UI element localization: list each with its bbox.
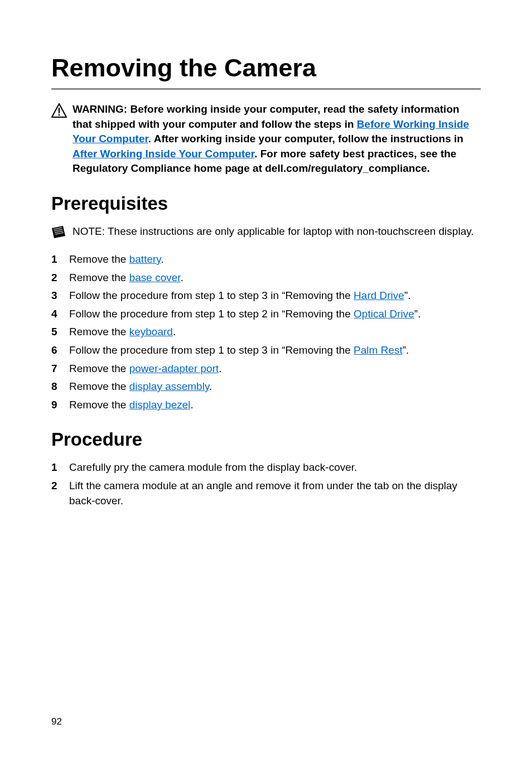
note-body: These instructions are only applicable f… [105,225,474,237]
link-optical-drive[interactable]: Optical Drive [354,308,414,320]
link-after-working[interactable]: After Working Inside Your Computer [72,148,254,160]
prereq-step-7: Remove the power-adapter port. [51,361,481,377]
prereq-step-9: Remove the display bezel. [51,398,481,413]
note-label: NOTE: [72,225,105,237]
warning-text: WARNING: Before working inside your comp… [72,102,481,176]
prereq-step-1: Remove the battery. [51,252,481,267]
prereq-step-3: Follow the procedure from step 1 to step… [51,288,481,303]
prereq-step-6: Follow the procedure from step 1 to step… [51,343,481,358]
link-base-cover[interactable]: base cover [129,272,181,283]
link-display-assembly[interactable]: display assembly [129,380,209,392]
procedure-step-2: Lift the camera module at an angle and r… [51,479,481,508]
warning-icon [51,102,67,120]
note-text: NOTE: These instructions are only applic… [72,224,474,239]
link-battery[interactable]: battery [129,253,161,265]
prereq-step-2: Remove the base cover. [51,271,481,286]
link-power-adapter-port[interactable]: power-adapter port [129,363,219,374]
procedure-heading: Procedure [51,429,481,450]
prereq-step-5: Remove the keyboard. [51,325,481,340]
procedure-list: Carefully pry the camera module from the… [51,460,481,508]
link-palm-rest[interactable]: Palm Rest [354,344,403,356]
procedure-step-1: Carefully pry the camera module from the… [51,460,481,475]
note-block: NOTE: These instructions are only applic… [51,224,481,241]
prereq-step-8: Remove the display assembly. [51,379,481,394]
link-display-bezel[interactable]: display bezel [129,399,191,411]
warning-p2: . After working inside your computer, fo… [148,133,463,144]
warning-block: WARNING: Before working inside your comp… [51,102,481,176]
page-number: 92 [51,716,62,727]
prereq-step-4: Follow the procedure from step 1 to step… [51,307,481,322]
svg-point-1 [59,114,60,116]
page-title: Removing the Camera [51,54,481,90]
link-hard-drive[interactable]: Hard Drive [354,290,404,301]
prerequisites-heading: Prerequisites [51,193,481,214]
prerequisites-list: Remove the battery. Remove the base cove… [51,252,481,412]
warning-label: WARNING: [72,103,127,115]
note-icon [51,224,66,241]
link-keyboard[interactable]: keyboard [129,326,173,337]
